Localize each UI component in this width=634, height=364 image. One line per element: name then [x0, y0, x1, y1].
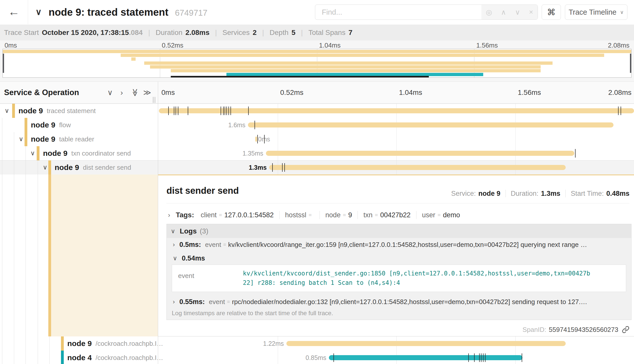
span-name[interactable]: node 9table reader: [31, 132, 94, 146]
trace-id: 6749717: [175, 8, 207, 17]
separator: [565, 190, 566, 197]
log-marker-tick: [188, 106, 188, 115]
minimap-span-bar: [171, 69, 541, 72]
span-duration-bar[interactable]: [286, 341, 566, 346]
span-row[interactable]: node 9/cockroach.roachpb.I…1.22ms: [0, 336, 634, 351]
timeline-header: Service & Operation ∨ › ≫ ≫ 0ms0.52ms1.0…: [0, 81, 634, 104]
log-marker-tick: [282, 163, 283, 172]
tags-row[interactable]: ›Tags:client=127.0.0.1:54582hostssl=node…: [168, 209, 460, 221]
minimap-tick-label: 2.08ms: [608, 41, 629, 49]
service-color-strip: [25, 118, 27, 132]
collapse-deep-icon[interactable]: ≫: [124, 89, 146, 96]
link-icon[interactable]: [622, 326, 629, 333]
summary-value: 2.08ms: [185, 29, 209, 37]
log-marker-tick: [168, 106, 169, 115]
span-name[interactable]: node 9flow: [31, 118, 71, 132]
tag-value: 9: [348, 211, 352, 219]
equals-sign: =: [223, 242, 226, 248]
span-row[interactable]: node 9flow1.6ms: [0, 118, 634, 132]
minimap-tick-label: 0.52ms: [162, 41, 183, 49]
collapse-all-icon[interactable]: ∨: [107, 82, 113, 103]
span-name[interactable]: node 9dist sender send: [55, 160, 131, 175]
log-row[interactable]: › 0.5ms: event = kv/kvclient/kvcoord/ran…: [167, 238, 631, 251]
log-row[interactable]: › 0.55ms: event = rpc/nodedialer/nodedia…: [167, 296, 631, 308]
log-fields-table: event kv/kvclient/kvcoord/dist_sender.go…: [172, 265, 626, 292]
log-marker-tick: [333, 353, 334, 362]
expand-all-icon[interactable]: ≫: [143, 82, 151, 103]
service-name: node 9: [31, 121, 55, 129]
minimap-span-bar: [144, 61, 553, 65]
span-name[interactable]: node 4/cockroach.roachpb.I…: [67, 351, 163, 364]
trace-summary-bar: Trace StartOctober 15 2020, 17:38:15.084…: [0, 25, 634, 40]
span-duration-bar[interactable]: [255, 137, 257, 142]
log-marker-tick: [255, 121, 255, 129]
log-time: 0.5ms:: [179, 241, 201, 249]
span-detail-panel: dist sender send Service:node 9Duration:…: [158, 175, 634, 336]
log-time: 0.55ms:: [179, 298, 205, 306]
summary-label: Duration: [156, 29, 182, 37]
tag-value: 00427b22: [380, 211, 411, 219]
close-icon[interactable]: ×: [529, 8, 533, 16]
span-row[interactable]: ∨node 9txn coordinator send1.35ms: [0, 146, 634, 160]
locate-icon[interactable]: ◎: [486, 8, 492, 16]
service-name: node 9: [67, 339, 92, 348]
back-arrow-icon[interactable]: ←: [0, 0, 28, 24]
trace-collapse-icon[interactable]: ∨: [35, 0, 42, 24]
keyboard-shortcuts-button[interactable]: ⌘: [542, 5, 561, 20]
tags-label: Tags:: [176, 211, 194, 219]
minimap-tick-label: 0ms: [5, 41, 17, 49]
span-duration-label: 1.22ms: [263, 336, 284, 351]
panel-splitter[interactable]: [158, 81, 158, 364]
tag-key: node: [325, 211, 341, 219]
logs-header[interactable]: ∨ Logs (3): [167, 224, 631, 238]
chevron-right-icon[interactable]: ›: [168, 211, 170, 219]
minimap-canvas[interactable]: [3, 49, 631, 78]
trace-minimap: 0ms0.52ms1.04ms1.56ms2.08ms: [0, 40, 634, 81]
span-name[interactable]: node 9/cockroach.roachpb.I…: [67, 336, 163, 351]
log-marker-tick: [485, 353, 485, 362]
logs-section: ∨ Logs (3) › 0.5ms: event = kv/kvclient/…: [166, 224, 631, 320]
summary-value: 7: [348, 29, 352, 37]
timeline-tick-label: 0ms: [161, 82, 175, 103]
log-time: 0.54ms: [182, 254, 205, 262]
span-duration-bar[interactable]: [269, 165, 566, 170]
log-marker-tick: [174, 106, 174, 115]
span-row[interactable]: ∨node 9table reader0ms: [0, 132, 634, 146]
span-row[interactable]: ∨node 9traced statement: [0, 104, 634, 118]
expand-one-icon[interactable]: ›: [120, 82, 123, 103]
panel-resize-grip[interactable]: [153, 97, 156, 103]
chevron-down-icon[interactable]: ∨: [19, 132, 23, 146]
chevron-down-icon[interactable]: ∨: [5, 104, 9, 118]
chevron-down-icon[interactable]: ∨: [43, 160, 47, 175]
span-duration-bar[interactable]: [248, 122, 614, 127]
log-marker-tick: [483, 353, 483, 362]
trace-timeline-page: ← ∨ node 9: traced statement6749717 Find…: [0, 0, 634, 364]
chevron-up-icon[interactable]: ∧: [501, 8, 506, 16]
span-name[interactable]: node 9traced statement: [18, 104, 96, 118]
minimap-span-bar: [150, 65, 541, 69]
minimap-overlay-bar: [171, 76, 429, 77]
chevron-down-icon[interactable]: ∨: [515, 8, 520, 16]
view-selector-button[interactable]: Trace Timeline ∨: [565, 5, 627, 20]
service-name: node 9: [31, 135, 55, 143]
selected-span-children-band: [51, 175, 158, 336]
tag-key: hostssl: [285, 211, 306, 219]
meta-label: Duration:: [511, 190, 539, 198]
log-marker-tick: [230, 106, 231, 115]
chevron-down-icon[interactable]: ∨: [30, 146, 35, 160]
summary-value: 5: [291, 29, 295, 37]
logs-label: Logs: [180, 227, 197, 235]
log-key: event: [209, 298, 225, 306]
span-duration-bar[interactable]: [266, 151, 575, 156]
minimap-right-scrubber[interactable]: [630, 54, 631, 73]
page-header: ← ∨ node 9: traced statement6749717 Find…: [0, 0, 634, 25]
log-row-expanded-header[interactable]: ∨ 0.54ms: [167, 252, 631, 264]
log-marker-tick: [481, 353, 481, 362]
span-name[interactable]: node 9txn coordinator send: [43, 146, 131, 160]
minimap-span-bar: [121, 54, 604, 57]
span-row[interactable]: ∨node 9dist sender send1.3ms: [0, 160, 634, 175]
find-input[interactable]: Find...: [315, 5, 481, 19]
span-row[interactable]: node 4/cockroach.roachpb.I…0.85ms: [0, 351, 634, 364]
span-duration-bar[interactable]: [329, 355, 523, 360]
minimap-left-scrubber[interactable]: [3, 54, 4, 73]
